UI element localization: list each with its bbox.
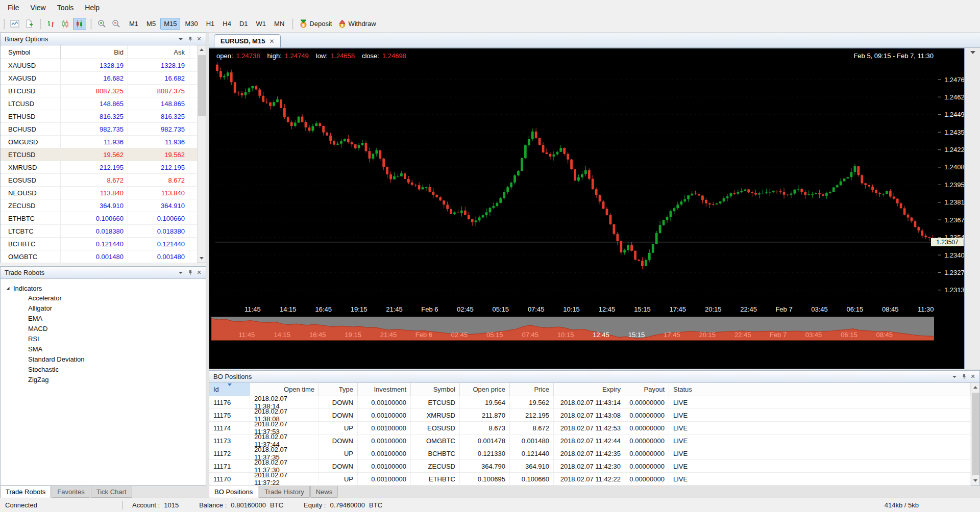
tab-news[interactable]: News [310,486,338,498]
tree-item-zigzag[interactable]: ZigZag [6,375,206,385]
panel-pin-button[interactable] [185,35,194,44]
tree-item-macd[interactable]: MACD [6,324,206,334]
panel-pin-button[interactable] [185,268,194,277]
panel-menu-button[interactable] [950,372,959,381]
market-watch-row-ethbtc[interactable]: ETHBTC0.1006600.100660 [1,212,197,225]
column-header-symbol[interactable]: Symbol [411,383,460,396]
tree-item-sma[interactable]: SMA [6,344,206,354]
chart-tab-close-icon[interactable]: ✕ [269,38,274,45]
scroll-up-arrow[interactable] [198,45,206,54]
scroll-thumb[interactable] [198,55,206,116]
panel-close-button[interactable]: ✕ [194,35,204,44]
column-header-ask[interactable]: Ask [128,45,189,59]
chart-canvas[interactable]: open:1.24738 high:1.24749 low:1.24658 cl… [209,48,965,369]
dock-chevron-icon[interactable] [970,51,975,57]
scroll-down-arrow[interactable] [971,476,980,485]
timeframe-button-d1[interactable]: D1 [236,18,252,30]
withdraw-button[interactable]: ฿ Withdraw [335,18,379,30]
market-watch-row-etcusd[interactable]: ETCUSD19.56219.562 [1,148,197,161]
tab-trade-robots[interactable]: Trade Robots [0,486,51,498]
timeframe-button-mn[interactable]: MN [271,18,288,30]
menu-item-file[interactable]: File [2,1,25,14]
timeframe-button-m15[interactable]: M15 [160,18,180,30]
menu-item-view[interactable]: View [25,1,52,14]
tree-item-ema[interactable]: EMA [6,314,206,324]
timeframe-button-m1[interactable]: M1 [126,18,142,30]
zoom-out-button[interactable] [109,18,122,30]
timeframe-button-h1[interactable]: H1 [203,18,218,30]
bo-position-row-11176[interactable]: 111762018.02.07 11:38:14DOWN0.00100000ET… [209,396,971,409]
column-header-price[interactable]: Price [510,383,554,396]
tree-expander-icon[interactable] [6,286,10,291]
market-watch-row-xauusd[interactable]: XAUUSD1328.191328.19 [1,59,197,72]
bo-position-row-11170[interactable]: 111702018.02.07 11:37:22UP0.00100000ETHB… [209,473,971,485]
bo-position-row-11174[interactable]: 111742018.02.07 11:37:53UP0.00100000EOSU… [209,422,971,434]
market-watch-row-eosusd[interactable]: EOSUSD8.6728.672 [1,174,197,187]
toolbar-grip[interactable] [3,19,6,29]
panel-close-button[interactable]: ✕ [194,268,204,277]
chart-window-button[interactable] [8,18,21,30]
scroll-track[interactable] [971,392,980,476]
timeframe-button-m30[interactable]: M30 [181,18,201,30]
market-watch-scrollbar[interactable] [197,45,206,263]
market-watch-row-omgbtc[interactable]: OMGBTC0.0014800.001480 [1,250,197,263]
market-watch-row-ethusd[interactable]: ETHUSD816.325816.325 [1,110,197,123]
scroll-up-arrow[interactable] [971,383,980,392]
tab-favorites[interactable]: Favorites [52,486,90,498]
column-header-investment[interactable]: Investment [358,383,411,396]
market-watch-row-omgusd[interactable]: OMGUSD11.93611.936 [1,136,197,148]
column-header-open-time[interactable]: Open time [250,383,319,396]
column-header-expiry[interactable]: Expiry [554,383,625,396]
market-watch-row-ltcbtc[interactable]: LTCBTC0.0183800.018380 [1,225,197,238]
market-watch-row-neousd[interactable]: NEOUSD113.840113.840 [1,187,197,199]
bar-chart-mode-button[interactable] [44,18,58,30]
chart-navigator[interactable]: 11:4514:1516:4519:1521:45Feb 602:4505:15… [211,317,934,341]
tree-item-standard-deviation[interactable]: Standard Deviation [6,354,206,365]
deposit-button[interactable]: ฿ Deposit [296,18,335,30]
tab-bo-positions[interactable]: BO Positions [209,486,258,498]
market-watch-row-bchusd[interactable]: BCHUSD982.735982.735 [1,123,197,136]
toolbar-grip[interactable] [90,19,92,29]
timeframe-button-h4[interactable]: H4 [219,18,235,30]
column-header-status[interactable]: Status [669,383,971,396]
menu-item-tools[interactable]: Tools [52,1,80,14]
tree-node-indicators[interactable]: Indicators [6,283,206,293]
panel-pin-button[interactable] [959,372,968,381]
toolbar-grip[interactable] [39,19,42,29]
tree-item-stochastic[interactable]: Stochastic [6,365,206,375]
column-header-bid[interactable]: Bid [61,45,128,59]
new-chart-button[interactable] [22,18,36,30]
tree-item-alligator[interactable]: Alligator [6,303,206,314]
bo-position-row-11171[interactable]: 111712018.02.07 11:37:30DOWN0.00100000ZE… [209,460,971,473]
column-header-type[interactable]: Type [319,383,358,396]
column-header-open-price[interactable]: Open price [460,383,510,396]
market-watch-row-xagusd[interactable]: XAGUSD16.68216.682 [1,72,197,85]
scroll-thumb[interactable] [972,393,979,475]
bo-position-row-11175[interactable]: 111752018.02.07 11:38:08DOWN0.00100000XM… [209,409,971,422]
bo-position-row-11173[interactable]: 111732018.02.07 11:37:44DOWN0.00100000OM… [209,434,971,447]
timeframe-button-w1[interactable]: W1 [253,18,270,30]
market-watch-row-xmrusd[interactable]: XMRUSD212.195212.195 [1,161,197,174]
menu-item-help[interactable]: Help [79,1,105,14]
market-watch-row-bchbtc[interactable]: BCHBTC0.1214400.121440 [1,238,197,250]
column-header-symbol[interactable]: Symbol [1,45,61,59]
zoom-in-button[interactable] [95,18,108,30]
market-watch-row-ltcusd[interactable]: LTCUSD148.865148.865 [1,97,197,110]
chart-tab-eurusd-m15[interactable]: EURUSD, M15 ✕ [214,34,281,47]
scroll-down-arrow[interactable] [198,254,206,263]
column-header-id[interactable]: Id [209,383,250,396]
bo-position-row-11172[interactable]: 111722018.02.07 11:37:35UP0.00100000BCHB… [209,447,971,460]
market-watch-row-zecusd[interactable]: ZECUSD364.910364.910 [1,199,197,212]
candle-outline-mode-button[interactable] [59,18,72,30]
panel-menu-button[interactable] [176,35,185,44]
scroll-track[interactable] [198,54,206,254]
timeframe-button-m5[interactable]: M5 [143,18,159,30]
tab-trade-history[interactable]: Trade History [259,486,310,498]
toolbar-grip[interactable] [291,19,294,29]
candle-filled-mode-button[interactable] [73,18,86,30]
column-header-payout[interactable]: Payout [625,383,669,396]
market-watch-row-btcusd[interactable]: BTCUSD8087.3258087.375 [1,85,197,97]
tree-item-rsi[interactable]: RSI [6,334,206,344]
tab-tick-chart[interactable]: Tick Chart [91,486,132,498]
tree-item-accelerator[interactable]: Accelerator [6,293,206,303]
